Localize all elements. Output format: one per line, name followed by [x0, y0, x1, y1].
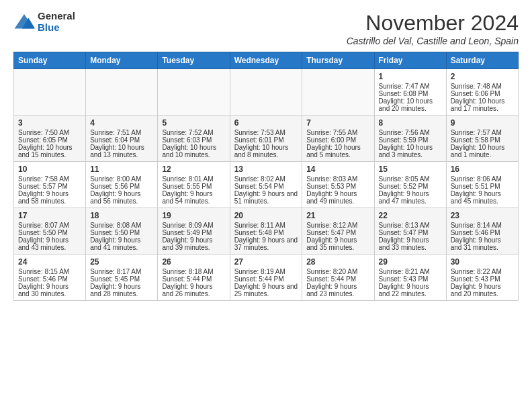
sunset-text: Sunset: 5:48 PM [234, 229, 298, 236]
calendar-cell: 23Sunrise: 8:14 AMSunset: 5:46 PMDayligh… [446, 208, 518, 255]
calendar-cell: 4Sunrise: 7:51 AMSunset: 6:04 PMDaylight… [86, 116, 158, 162]
logo: General Blue [13, 11, 75, 33]
daylight-text: Daylight: 9 hours and 30 minutes. [18, 283, 81, 298]
sunrise-text: Sunrise: 7:52 AM [162, 129, 225, 136]
day-number: 8 [379, 118, 442, 128]
sunrise-text: Sunrise: 8:12 AM [306, 222, 369, 229]
calendar-cell: 8Sunrise: 7:56 AMSunset: 5:59 PMDaylight… [374, 116, 446, 162]
daylight-text: Daylight: 9 hours and 26 minutes. [162, 283, 225, 298]
daylight-text: Daylight: 9 hours and 51 minutes. [234, 190, 298, 205]
sunset-text: Sunset: 5:49 PM [162, 229, 225, 236]
sunrise-text: Sunrise: 7:55 AM [306, 129, 369, 136]
sunset-text: Sunset: 5:59 PM [379, 136, 442, 144]
sunrise-text: Sunrise: 8:03 AM [306, 175, 369, 183]
sunrise-text: Sunrise: 7:56 AM [379, 129, 442, 136]
day-number: 3 [18, 118, 81, 128]
calendar-week-row: 24Sunrise: 8:15 AMSunset: 5:46 PMDayligh… [14, 255, 519, 301]
sunset-text: Sunset: 6:08 PM [379, 90, 442, 97]
sunset-text: Sunset: 5:45 PM [90, 275, 153, 283]
sunset-text: Sunset: 5:51 PM [451, 183, 514, 190]
daylight-text: Daylight: 9 hours and 37 minutes. [234, 236, 298, 251]
day-number: 14 [306, 165, 369, 174]
sunset-text: Sunset: 5:46 PM [451, 229, 514, 236]
day-number: 6 [234, 118, 298, 128]
daylight-text: Daylight: 9 hours and 20 minutes. [451, 283, 514, 298]
sunrise-text: Sunrise: 8:15 AM [18, 268, 81, 275]
daylight-text: Daylight: 10 hours and 10 minutes. [162, 144, 225, 158]
sunrise-text: Sunrise: 7:53 AM [234, 129, 298, 136]
calendar-cell: 9Sunrise: 7:57 AMSunset: 5:58 PMDaylight… [446, 116, 518, 162]
calendar-cell: 25Sunrise: 8:17 AMSunset: 5:45 PMDayligh… [86, 255, 158, 301]
sunset-text: Sunset: 6:01 PM [234, 136, 298, 144]
day-number: 15 [379, 165, 442, 174]
day-number: 20 [234, 211, 298, 220]
calendar-cell: 3Sunrise: 7:50 AMSunset: 6:05 PMDaylight… [14, 116, 86, 162]
day-number: 16 [451, 165, 514, 174]
calendar-cell: 27Sunrise: 8:19 AMSunset: 5:44 PMDayligh… [230, 255, 302, 301]
sunset-text: Sunset: 5:53 PM [306, 183, 369, 190]
sunset-text: Sunset: 6:05 PM [18, 136, 81, 144]
daylight-text: Daylight: 9 hours and 56 minutes. [90, 190, 153, 205]
daylight-text: Daylight: 9 hours and 54 minutes. [162, 190, 225, 205]
sunset-text: Sunset: 6:04 PM [90, 136, 153, 144]
day-number: 21 [306, 211, 369, 220]
logo-blue: Blue [38, 22, 75, 34]
logo-text: General Blue [38, 11, 75, 33]
daylight-text: Daylight: 9 hours and 43 minutes. [18, 236, 81, 251]
calendar-week-row: 17Sunrise: 8:07 AMSunset: 5:50 PMDayligh… [14, 208, 519, 255]
month-title: November 2024 [347, 11, 519, 36]
sunrise-text: Sunrise: 8:13 AM [379, 222, 442, 229]
daylight-text: Daylight: 10 hours and 20 minutes. [379, 97, 442, 112]
location-title: Castrillo del Val, Castille and Leon, Sp… [347, 36, 519, 46]
sunset-text: Sunset: 5:43 PM [451, 275, 514, 283]
day-number: 13 [234, 165, 298, 174]
sunrise-text: Sunrise: 8:11 AM [234, 222, 298, 229]
sunset-text: Sunset: 5:44 PM [306, 275, 369, 283]
calendar-cell: 10Sunrise: 7:58 AMSunset: 5:57 PMDayligh… [14, 162, 86, 208]
day-number: 9 [451, 118, 514, 128]
sunrise-text: Sunrise: 8:09 AM [162, 222, 225, 229]
sunrise-text: Sunrise: 8:19 AM [234, 268, 298, 275]
sunset-text: Sunset: 5:46 PM [18, 275, 81, 283]
daylight-text: Daylight: 9 hours and 25 minutes. [234, 283, 298, 298]
sunrise-text: Sunrise: 8:18 AM [162, 268, 225, 275]
day-number: 18 [90, 211, 153, 220]
sunrise-text: Sunrise: 7:47 AM [379, 83, 442, 90]
daylight-text: Daylight: 9 hours and 47 minutes. [379, 190, 442, 205]
calendar-cell: 1Sunrise: 7:47 AMSunset: 6:08 PMDaylight… [374, 69, 446, 116]
daylight-text: Daylight: 9 hours and 31 minutes. [451, 236, 514, 251]
daylight-text: Daylight: 9 hours and 58 minutes. [18, 190, 81, 205]
calendar-cell: 16Sunrise: 8:06 AMSunset: 5:51 PMDayligh… [446, 162, 518, 208]
logo-general: General [38, 11, 75, 22]
sunset-text: Sunset: 5:52 PM [379, 183, 442, 190]
day-number: 1 [379, 72, 442, 81]
calendar-cell: 7Sunrise: 7:55 AMSunset: 6:00 PMDaylight… [302, 116, 374, 162]
daylight-text: Daylight: 9 hours and 35 minutes. [306, 236, 369, 251]
daylight-text: Daylight: 10 hours and 13 minutes. [90, 144, 153, 158]
sunset-text: Sunset: 5:43 PM [379, 275, 442, 283]
calendar-week-row: 10Sunrise: 7:58 AMSunset: 5:57 PMDayligh… [14, 162, 519, 208]
day-number: 27 [234, 257, 298, 267]
sunset-text: Sunset: 5:54 PM [234, 183, 298, 190]
day-number: 30 [451, 257, 514, 267]
sunset-text: Sunset: 5:44 PM [234, 275, 298, 283]
sunset-text: Sunset: 5:47 PM [379, 229, 442, 236]
calendar-cell: 5Sunrise: 7:52 AMSunset: 6:03 PMDaylight… [158, 116, 230, 162]
sunrise-text: Sunrise: 7:48 AM [451, 83, 514, 90]
calendar-cell: 18Sunrise: 8:08 AMSunset: 5:50 PMDayligh… [86, 208, 158, 255]
calendar-cell: 19Sunrise: 8:09 AMSunset: 5:49 PMDayligh… [158, 208, 230, 255]
weekday-header: Sunday [14, 52, 86, 69]
weekday-header: Monday [86, 52, 158, 69]
sunset-text: Sunset: 5:56 PM [90, 183, 153, 190]
sunrise-text: Sunrise: 8:01 AM [162, 175, 225, 183]
calendar-cell: 30Sunrise: 8:22 AMSunset: 5:43 PMDayligh… [446, 255, 518, 301]
daylight-text: Daylight: 9 hours and 49 minutes. [306, 190, 369, 205]
weekday-header: Friday [374, 52, 446, 69]
calendar-cell [230, 69, 302, 116]
day-number: 11 [90, 165, 153, 174]
daylight-text: Daylight: 9 hours and 23 minutes. [306, 283, 369, 298]
sunset-text: Sunset: 5:55 PM [162, 183, 225, 190]
calendar-cell: 28Sunrise: 8:20 AMSunset: 5:44 PMDayligh… [302, 255, 374, 301]
page-header: General Blue November 2024 Castrillo del… [13, 11, 519, 46]
sunset-text: Sunset: 5:50 PM [18, 229, 81, 236]
